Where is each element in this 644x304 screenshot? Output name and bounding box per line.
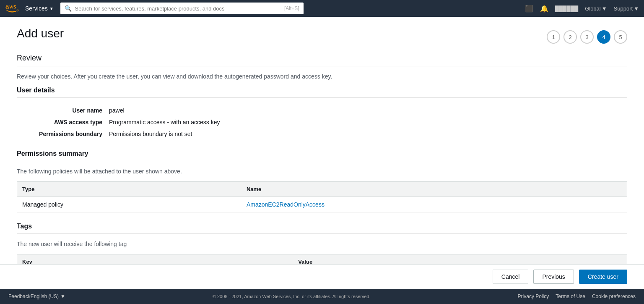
step-indicators: 1 2 3 4 5 xyxy=(547,30,627,44)
chevron-down-icon: ▼ xyxy=(602,5,607,12)
review-description: Review your choices. After you create th… xyxy=(17,73,627,80)
footer: Feedback English (US) ▼ © 2008 - 2021, A… xyxy=(0,289,644,304)
type-column-header: Type xyxy=(17,182,242,197)
privacy-policy-link[interactable]: Privacy Policy xyxy=(518,294,549,299)
user-name-value: pawel xyxy=(109,107,125,114)
permissions-summary-title: Permissions summary xyxy=(17,150,627,157)
support-menu[interactable]: Support ▼ xyxy=(614,5,639,12)
aws-logo[interactable] xyxy=(5,4,18,13)
tags-title: Tags xyxy=(17,223,627,230)
user-account-button[interactable]: ██████ xyxy=(555,5,578,12)
step-4-active: 4 xyxy=(597,30,610,44)
permissions-boundary-value: Permissions boundary is not set xyxy=(109,131,192,137)
policy-name-link[interactable]: AmazonEC2ReadOnlyAccess xyxy=(247,201,325,208)
user-details-table: User name pawel AWS access type Programm… xyxy=(17,105,627,140)
cancel-button[interactable]: Cancel xyxy=(493,270,529,284)
user-details-section: User details User name pawel AWS access … xyxy=(17,86,627,140)
policy-type-cell: Managed policy xyxy=(17,197,242,212)
footer-links: Privacy Policy Terms of Use Cookie prefe… xyxy=(518,294,636,299)
permissions-table: Type Name Managed policy AmazonEC2ReadOn… xyxy=(17,181,627,212)
permissions-summary-desc: The following policies will be attached … xyxy=(17,168,627,175)
user-details-title: User details xyxy=(17,86,627,94)
copyright-text: © 2008 - 2021, Amazon Web Services, Inc.… xyxy=(65,294,518,299)
services-menu-button[interactable]: Services ▼ xyxy=(25,5,54,12)
terms-of-use-link[interactable]: Terms of Use xyxy=(556,294,585,299)
global-search-bar[interactable]: 🔍 [Alt+S] xyxy=(60,3,304,14)
step-3: 3 xyxy=(580,30,594,44)
name-column-header: Name xyxy=(242,182,627,197)
language-selector[interactable]: English (US) ▼ xyxy=(31,294,65,299)
main-content: Add user 1 2 3 4 5 Review Review your ch… xyxy=(0,17,644,304)
search-input[interactable] xyxy=(75,5,281,12)
permissions-boundary-label: Permissions boundary xyxy=(17,131,109,137)
review-title: Review xyxy=(17,54,627,63)
chevron-down-icon: ▼ xyxy=(49,6,54,11)
aws-access-type-value: Programmatic access - with an access key xyxy=(109,119,220,126)
step-1: 1 xyxy=(547,30,560,44)
aws-access-type-label: AWS access type xyxy=(17,119,109,126)
tags-section: Tags The new user will receive the follo… xyxy=(17,223,627,270)
table-row: Managed policy AmazonEC2ReadOnlyAccess xyxy=(17,197,627,212)
previous-button[interactable]: Previous xyxy=(533,270,574,284)
policy-name-cell: AmazonEC2ReadOnlyAccess xyxy=(242,197,627,212)
aws-access-type-row: AWS access type Programmatic access - wi… xyxy=(17,116,627,128)
user-name-label: User name xyxy=(17,107,109,114)
step-5: 5 xyxy=(614,30,627,44)
bell-icon[interactable]: 🔔 xyxy=(540,5,548,13)
top-navigation: Services ▼ 🔍 [Alt+S] ⬛ 🔔 ██████ Global ▼… xyxy=(0,0,644,17)
nav-right-area: ⬛ 🔔 ██████ Global ▼ Support ▼ xyxy=(525,5,639,13)
cookie-preferences-link[interactable]: Cookie preferences xyxy=(592,294,636,299)
feedback-link[interactable]: Feedback xyxy=(8,294,31,299)
search-icon: 🔍 xyxy=(65,5,72,12)
user-name-row: User name pawel xyxy=(17,105,627,116)
step-2: 2 xyxy=(564,30,577,44)
tags-desc: The new user will receive the following … xyxy=(17,241,627,247)
create-user-button[interactable]: Create user xyxy=(579,270,627,284)
region-selector[interactable]: Global ▼ xyxy=(585,5,607,12)
page-header: Add user 1 2 3 4 5 xyxy=(17,27,627,44)
permissions-boundary-row: Permissions boundary Permissions boundar… xyxy=(17,128,627,140)
chevron-down-icon: ▼ xyxy=(60,294,65,299)
search-shortcut-hint: [Alt+S] xyxy=(284,5,299,11)
page-title: Add user xyxy=(17,27,64,40)
review-section: Review Review your choices. After you cr… xyxy=(17,54,627,270)
action-bar: Cancel Previous Create user xyxy=(0,264,644,289)
permissions-summary-section: Permissions summary The following polici… xyxy=(17,150,627,212)
shell-icon[interactable]: ⬛ xyxy=(525,5,533,13)
chevron-down-icon: ▼ xyxy=(634,5,639,12)
